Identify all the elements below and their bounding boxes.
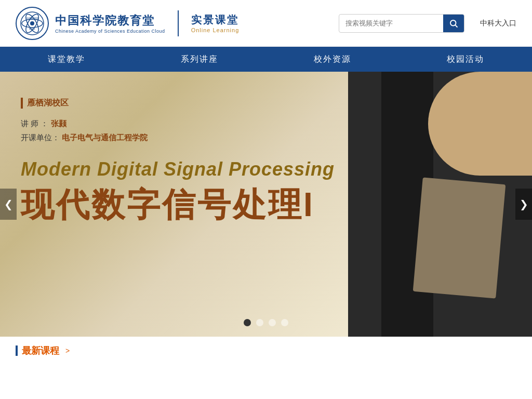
logo-divider bbox=[178, 10, 179, 36]
search-input[interactable] bbox=[339, 19, 443, 27]
dept-label: 开课单位： bbox=[21, 133, 60, 142]
dept-line: 开课单位： 电子电气与通信工程学院 bbox=[21, 133, 335, 143]
logo-right-cn: 实景课堂 bbox=[191, 13, 240, 27]
carousel-dot-0[interactable] bbox=[244, 319, 251, 326]
portal-link[interactable]: 中科大入口 bbox=[480, 19, 516, 28]
course-en: Modern Digital Signal Processing bbox=[21, 158, 335, 180]
deco-shape-2 bbox=[413, 177, 506, 298]
atom-svg: 中国科学院 教育云 bbox=[19, 10, 46, 37]
svg-line-8 bbox=[455, 25, 457, 27]
carousel-prev-button[interactable]: ❮ bbox=[0, 189, 17, 220]
chevron-right-icon: ❯ bbox=[520, 198, 528, 210]
svg-point-0 bbox=[30, 21, 34, 25]
campus-tag: 雁栖湖校区 bbox=[21, 98, 335, 109]
logo-right-en: Online Learning bbox=[191, 27, 240, 33]
logo-area: 中国科学院 教育云 中国科学院教育堂 Chinese Academy of Sc… bbox=[16, 7, 239, 40]
carousel-dots bbox=[244, 319, 288, 326]
latest-courses-label: 最新课程 bbox=[22, 344, 59, 357]
nav-item-lectures[interactable]: 系列讲座 bbox=[133, 47, 266, 72]
header: 中国科学院 教育云 中国科学院教育堂 Chinese Academy of Sc… bbox=[0, 0, 532, 47]
nav-bar: 课堂教学 系列讲座 校外资源 校园活动 bbox=[0, 47, 532, 72]
search-button[interactable] bbox=[443, 14, 464, 33]
latest-courses-title[interactable]: 最新课程 > bbox=[16, 344, 516, 357]
search-bar[interactable] bbox=[339, 14, 464, 33]
svg-point-7 bbox=[450, 20, 456, 26]
instructor-name: 张颢 bbox=[51, 119, 66, 128]
svg-text:中国科学院: 中国科学院 bbox=[26, 17, 39, 20]
nav-item-activities[interactable]: 校园活动 bbox=[399, 47, 532, 72]
course-cn: 现代数字信号处理I bbox=[21, 188, 335, 221]
logo-icon: 中国科学院 教育云 bbox=[16, 7, 49, 40]
carousel-dot-3[interactable] bbox=[281, 319, 288, 326]
slide-content: 雁栖湖校区 讲 师 ： 张颢 开课单位： 电子电气与通信工程学院 Modern … bbox=[21, 98, 335, 221]
carousel-slide: 雁栖湖校区 讲 师 ： 张颢 开课单位： 电子电气与通信工程学院 Modern … bbox=[0, 72, 532, 337]
slide-bg-right bbox=[348, 72, 532, 337]
svg-text:教育云: 教育云 bbox=[29, 28, 35, 30]
carousel-next-button[interactable]: ❯ bbox=[515, 189, 532, 220]
logo-right-text: 实景课堂 Online Learning bbox=[191, 13, 240, 33]
logo-text-main: 中国科学院教育堂 Chinese Academy of Sciences Edu… bbox=[55, 13, 165, 34]
carousel-dot-2[interactable] bbox=[269, 319, 276, 326]
header-right: 中科大入口 bbox=[339, 14, 516, 33]
dept-name: 电子电气与通信工程学院 bbox=[62, 133, 148, 142]
instructor-label: 讲 师 ： bbox=[21, 119, 48, 128]
section-bar bbox=[16, 345, 18, 356]
logo-sub-en: Chinese Academy of Sciences Education Cl… bbox=[55, 29, 165, 34]
bottom-section: 最新课程 > bbox=[0, 337, 532, 399]
nav-item-offcampus[interactable]: 校外资源 bbox=[266, 47, 399, 72]
latest-courses-arrow: > bbox=[65, 347, 70, 355]
carousel: 雁栖湖校区 讲 师 ： 张颢 开课单位： 电子电气与通信工程学院 Modern … bbox=[0, 72, 532, 337]
search-icon bbox=[449, 19, 458, 28]
instructor-line: 讲 师 ： 张颢 bbox=[21, 119, 335, 129]
nav-item-classroom[interactable]: 课堂教学 bbox=[0, 47, 133, 72]
chevron-left-icon: ❮ bbox=[4, 198, 13, 210]
deco-shape-1 bbox=[428, 72, 532, 176]
carousel-dot-1[interactable] bbox=[256, 319, 263, 326]
logo-main-cn: 中国科学院教育堂 bbox=[55, 13, 165, 29]
